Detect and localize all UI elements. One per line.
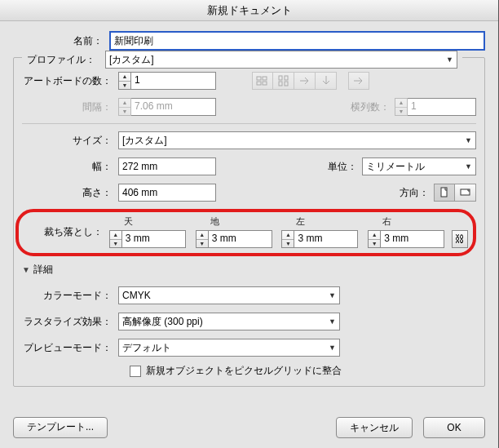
svg-rect-7 [285,82,288,86]
chevron-down-icon: ▼ [329,291,336,299]
spacing-label: 間隔： [22,100,118,114]
bleed-bottom-field[interactable]: ▲▼ 3 mm [196,230,275,248]
bleed-left-label: 左 [281,215,360,228]
width-input[interactable] [118,157,216,175]
advanced-title: 詳細 [33,263,53,277]
orientation-label: 方向： [400,186,434,200]
height-label: 高さ： [22,186,118,200]
name-input[interactable] [109,31,485,51]
units-label: 単位： [328,160,362,174]
new-document-dialog: 新規ドキュメント 名前： プロファイル： [カスタム] ▼ アートボードの数： … [0,0,499,448]
bleed-bottom-label: 地 [196,215,275,228]
bleed-link-button[interactable]: ⛓ [452,230,468,248]
preview-select[interactable]: デフォルト ▼ [118,339,340,357]
cols-field: ▲▼ 1 [395,98,476,116]
size-label: サイズ： [22,134,118,148]
bleed-left-field[interactable]: ▲▼ 3 mm [281,230,360,248]
grid-col-icon [273,72,294,90]
width-label: 幅： [22,160,118,174]
preview-label: プレビューモード： [22,341,118,355]
template-button[interactable]: テンプレート... [13,417,108,438]
arrange-down-icon [316,72,337,90]
svg-rect-5 [285,76,288,80]
svg-rect-2 [257,82,261,85]
svg-rect-3 [263,82,267,85]
cancel-button[interactable]: キャンセル [336,417,413,438]
chevron-down-icon: ▼ [465,136,472,144]
dialog-title: 新規ドキュメント [0,0,498,21]
disclosure-triangle-icon[interactable]: ▼ [22,265,30,274]
chevron-down-icon: ▼ [329,317,336,326]
svg-rect-4 [279,76,282,80]
height-input[interactable] [118,184,216,202]
bleed-right-field[interactable]: ▲▼ 3 mm [368,230,447,248]
chevron-down-icon: ▼ [446,55,453,64]
arrange-right-icon [294,72,316,90]
profile-select[interactable]: [カスタム] ▼ [105,51,457,69]
svg-rect-1 [263,77,267,80]
size-select[interactable]: [カスタム] ▼ [118,131,476,149]
svg-rect-6 [279,82,282,86]
profile-label: プロファイル： [27,53,102,67]
colormode-label: カラーモード： [22,289,118,303]
svg-rect-0 [257,77,261,80]
bleed-top-field[interactable]: ▲▼ 3 mm [109,230,188,248]
cols-label: 横列数： [351,100,395,114]
bleed-top-label: 天 [109,215,188,228]
name-label: 名前： [13,34,109,48]
arrange-right2-icon [348,72,369,90]
pixelgrid-checkbox[interactable] [130,366,141,377]
orientation-landscape-button[interactable] [455,184,476,202]
artboard-count-label: アートボードの数： [22,74,118,88]
raster-select[interactable]: 高解像度 (300 ppi) ▼ [118,313,340,330]
pixelgrid-label: 新規オブジェクトをピクセルグリッドに整合 [146,364,342,378]
bleed-highlight: 裁ち落とし： 天 ▲▼ 3 mm 地 ▲▼ 3 mm [15,209,476,256]
chevron-down-icon: ▼ [329,344,336,352]
link-icon: ⛓ [455,233,465,245]
svg-rect-8 [441,188,447,197]
units-select[interactable]: ミリメートル ▼ [362,157,476,175]
orientation-portrait-button[interactable] [434,184,455,202]
ok-button[interactable]: OK [423,417,485,438]
spacing-field: ▲▼ 7.06 mm [118,98,216,116]
bleed-right-label: 右 [368,215,447,228]
chevron-down-icon: ▼ [465,162,472,171]
bleed-label: 裁ち落とし： [24,225,109,239]
raster-label: ラスタライズ効果： [22,315,118,329]
artboard-count-field[interactable]: ▲▼ 1 [118,72,216,90]
setup-group: プロファイル： [カスタム] ▼ アートボードの数： ▲▼ 1 [13,57,485,387]
colormode-select[interactable]: CMYK ▼ [118,286,340,304]
grid-row-icon [252,72,273,90]
